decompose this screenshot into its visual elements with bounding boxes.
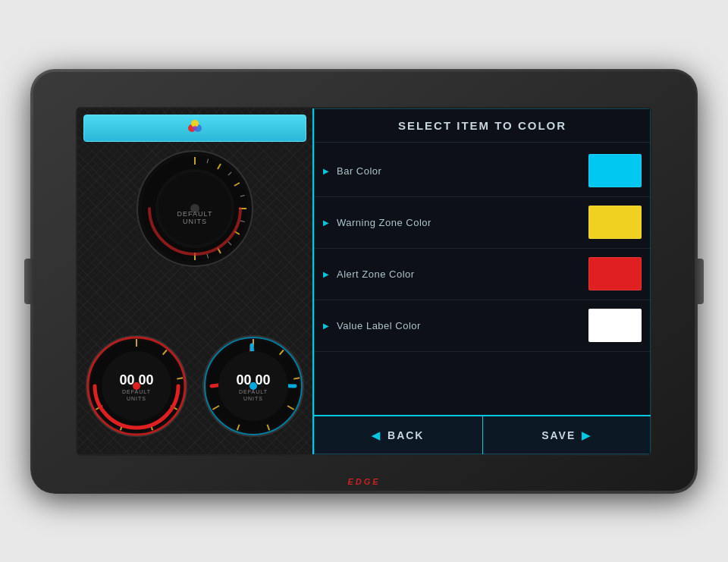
warning-zone-color-swatch[interactable] <box>588 206 642 239</box>
back-arrow-icon: ◀ <box>372 429 381 441</box>
palette-icon <box>184 118 206 139</box>
arrow-icon-value-label: ▶ <box>323 322 329 330</box>
screen: DEFAULT UNITS <box>76 107 652 456</box>
gauge-bottom-right: 00.00 DEFAULT UNITS <box>200 333 306 439</box>
menu-item-alert-zone-color[interactable]: ▶ Alert Zone Color <box>314 249 651 300</box>
svg-point-3 <box>193 126 197 130</box>
value-label-color-swatch[interactable] <box>588 309 642 342</box>
save-button-label: SAVE <box>541 429 576 441</box>
svg-text:DEFAULT: DEFAULT <box>177 210 213 218</box>
svg-text:UNITS: UNITS <box>183 218 207 225</box>
alert-zone-color-label: Alert Zone Color <box>337 268 588 280</box>
svg-line-44 <box>293 378 300 378</box>
menu-header: SELECT ITEM TO COLOR <box>314 108 651 143</box>
arrow-icon-alert-zone: ▶ <box>323 270 329 278</box>
back-button-label: BACK <box>388 429 424 441</box>
menu-item-bar-color[interactable]: ▶ Bar Color <box>314 146 651 197</box>
svg-text:UNITS: UNITS <box>243 396 263 401</box>
value-label-color-label: Value Label Color <box>337 320 588 331</box>
back-button[interactable]: ◀ BACK <box>314 416 483 454</box>
bar-color-label: Bar Color <box>337 165 588 177</box>
menu-item-warning-zone-color[interactable]: ▶ Warning Zone Color <box>314 197 651 249</box>
arrow-icon-bar-color: ▶ <box>323 167 329 175</box>
top-bar <box>83 115 306 142</box>
menu-item-value-label-color[interactable]: ▶ Value Label Color <box>314 300 651 352</box>
save-button[interactable]: SAVE ▶ <box>483 416 651 454</box>
menu-items-list: ▶ Bar Color ▶ Warning Zone Color ▶ Alert… <box>314 143 651 415</box>
menu-title: SELECT ITEM TO COLOR <box>398 119 566 132</box>
device-shell: DEFAULT UNITS <box>30 69 698 494</box>
color-menu-panel: SELECT ITEM TO COLOR ▶ Bar Color ▶ Warni… <box>312 108 651 454</box>
left-side-button[interactable] <box>24 259 33 304</box>
svg-text:UNITS: UNITS <box>127 396 146 401</box>
save-arrow-icon: ▶ <box>582 429 592 441</box>
svg-text:DEFAULT: DEFAULT <box>122 389 151 394</box>
right-side-button[interactable] <box>695 259 704 304</box>
warning-zone-color-label: Warning Zone Color <box>337 217 588 228</box>
svg-point-38 <box>133 382 140 390</box>
bar-color-swatch[interactable] <box>588 154 642 187</box>
brand-logo: EDGE <box>347 477 380 486</box>
arrow-icon-warning-zone: ▶ <box>323 218 329 227</box>
alert-zone-color-swatch[interactable] <box>588 257 642 290</box>
gauge-bottom-left: 00.00 DEFAULT UNITS <box>83 333 190 439</box>
svg-point-53 <box>249 382 257 390</box>
led-indicator <box>42 279 47 284</box>
svg-line-29 <box>177 378 183 378</box>
svg-text:DEFAULT: DEFAULT <box>239 389 268 394</box>
gauge-top: DEFAULT UNITS <box>134 148 256 269</box>
gauges-panel: DEFAULT UNITS <box>77 108 312 454</box>
bottom-buttons: ◀ BACK SAVE ▶ <box>314 415 651 454</box>
